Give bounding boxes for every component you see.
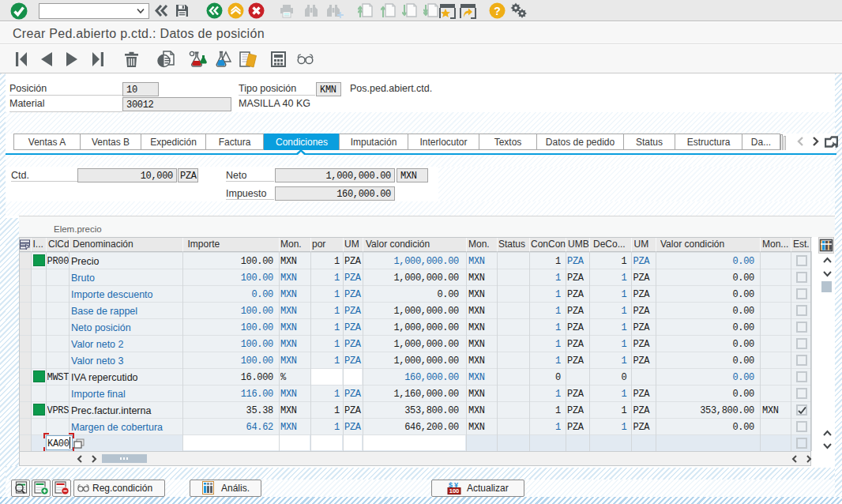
svg-text:?: ? bbox=[494, 5, 501, 17]
svg-text:100: 100 bbox=[449, 487, 460, 495]
